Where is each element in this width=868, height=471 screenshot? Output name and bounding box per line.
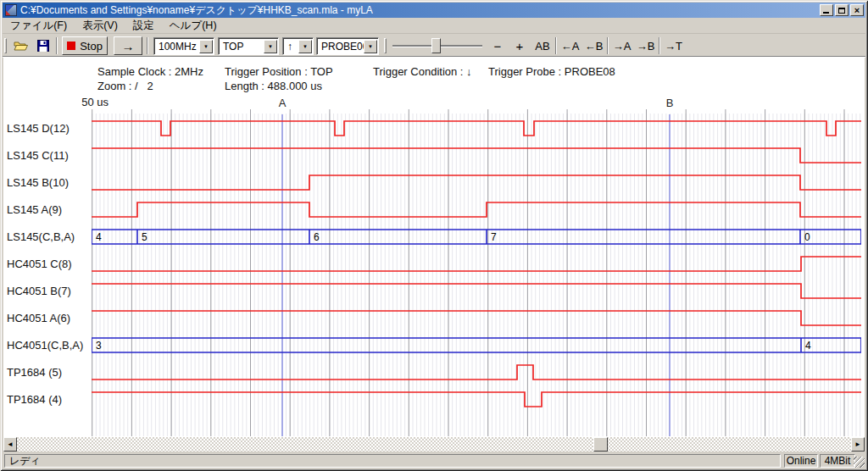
ab-button[interactable]: AB [531,36,554,55]
set-marker-a-button[interactable]: →A [610,36,633,55]
slider-thumb[interactable] [431,38,441,53]
scroll-left-icon: ◄ [7,441,14,448]
sample-clock-combo[interactable]: 100MHz ▼ [153,37,214,55]
signal-label: LS145(C,B,A) [7,224,92,251]
chevron-down-icon[interactable]: ▼ [298,40,312,53]
window-title: C:¥Documents and Settings¥noname¥デスクトップ¥… [20,3,816,18]
close-icon: × [854,6,860,15]
svg-text:7: 7 [491,231,497,243]
app-window: C:¥Documents and Settings¥noname¥デスクトップ¥… [0,0,868,471]
signal-label: HC4051 C(8) [7,251,92,278]
signal-label: HC4051 A(6) [7,305,92,332]
open-folder-icon [14,40,29,52]
title-bar: C:¥Documents and Settings¥noname¥デスクトップ¥… [3,3,865,18]
scroll-right-icon: ► [854,441,861,448]
menu-file[interactable]: ファイル(F) [3,17,75,35]
set-marker-b-button[interactable]: →B [634,36,657,55]
signal-label: LS145 D(12) [7,115,92,142]
run-button[interactable]: → [114,36,142,55]
close-button[interactable]: × [850,4,864,16]
probe-combo[interactable]: PROBE00 ▼ [316,37,379,55]
svg-text:0: 0 [804,231,810,243]
svg-text:A: A [279,97,287,109]
save-button[interactable] [33,36,53,55]
menu-settings[interactable]: 設定 [125,17,162,35]
stop-button[interactable]: Stop [62,36,108,55]
floppy-icon [37,40,49,52]
chevron-down-icon[interactable]: ▼ [199,40,213,53]
horizontal-scrollbar[interactable]: ◄ ► [3,437,865,452]
signal-label: HC4051 B(7) [7,278,92,305]
menu-help[interactable]: ヘルプ(H) [162,17,225,35]
toolbar-separator [147,37,148,54]
chevron-down-icon[interactable]: ▼ [264,40,277,53]
toolbar-separator [555,37,557,54]
svg-text:4: 4 [96,231,102,243]
run-arrow-icon: → [122,39,135,53]
toolbar: Stop → 100MHz ▼ TOP ▼ ↑ ▼ PROBE00 ▼ − + [3,35,865,57]
svg-text:4: 4 [805,340,811,352]
maximize-icon [838,8,845,14]
length-info: Length : 488.000 us [225,80,322,92]
status-memory-badge: 4MBit [820,454,855,468]
svg-text:6: 6 [314,231,320,243]
app-icon [5,4,17,16]
signal-label: LS145 B(10) [7,169,92,197]
menu-view[interactable]: 表示(V) [75,17,125,35]
goto-marker-a-button[interactable]: ←A [559,36,581,55]
signal-label: HC4051(C,B,A) [7,332,92,359]
minimize-icon [823,12,829,14]
toolbar-separator [56,37,58,54]
maximize-button[interactable] [835,4,849,16]
scrollbar-thumb[interactable] [593,437,608,452]
svg-text:B: B [666,97,674,109]
waveform-canvas[interactable]: AB4567034 [92,95,861,436]
svg-text:5: 5 [142,231,147,243]
toolbar-gripper[interactable] [384,38,387,53]
minimize-button[interactable] [820,4,833,16]
zoom-out-button[interactable]: − [487,36,508,55]
trigger-edge-combo[interactable]: ↑ ▼ [282,37,314,55]
zoom-in-button[interactable]: + [509,36,530,55]
toolbar-separator [659,37,660,54]
resize-grip[interactable] [854,457,865,468]
signal-label: LS145 C(11) [7,142,92,169]
trigger-condition-info: Trigger Condition : ↓ [373,65,472,78]
signal-label: TP1684 (5) [7,359,92,386]
sample-clock-info: Sample Clock : 2MHz [97,65,203,78]
chevron-down-icon[interactable]: ▼ [364,40,377,53]
open-file-button[interactable] [11,36,31,55]
menu-bar: ファイル(F) 表示(V) 設定 ヘルプ(H) [3,18,865,34]
goto-trigger-button[interactable]: →T [662,36,685,55]
toolbar-gripper[interactable] [4,38,7,53]
stop-icon [67,42,75,50]
status-online-badge: Online [784,454,818,468]
toolbar-separator [607,37,609,54]
zoom-info: Zoom : / 2 [97,80,153,92]
trigger-probe-info: Trigger Probe : PROBE08 [488,65,615,78]
signal-label: LS145 A(9) [7,197,92,224]
zoom-slider[interactable] [392,36,482,55]
trigger-position-info: Trigger Position : TOP [225,65,333,78]
status-message: レディ [4,454,781,468]
scroll-left-button[interactable]: ◄ [3,437,17,452]
status-bar: レディ Online 4MBit [3,452,865,468]
signal-label: TP1684 (4) [7,386,92,413]
trigger-position-combo[interactable]: TOP ▼ [218,37,279,55]
scroll-right-button[interactable]: ► [851,437,865,452]
waveform-view: Sample Clock : 2MHz Trigger Position : T… [3,57,865,437]
goto-marker-b-button[interactable]: ←B [582,36,605,55]
svg-text:3: 3 [96,340,102,352]
